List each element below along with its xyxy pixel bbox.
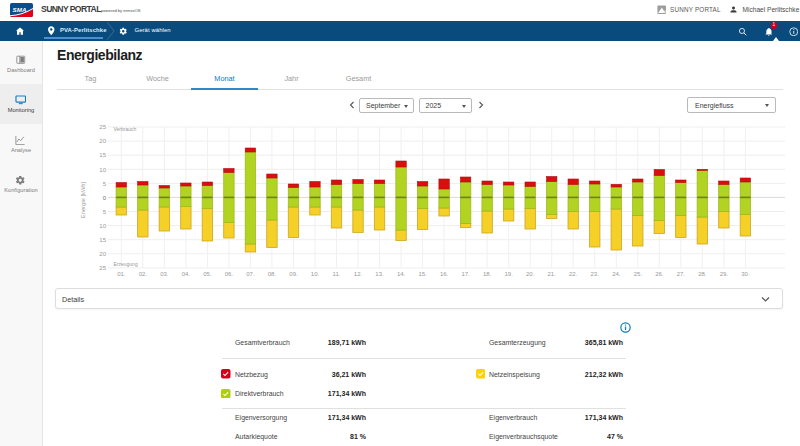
svg-text:06.: 06. xyxy=(225,271,234,277)
svg-text:05.: 05. xyxy=(203,271,212,277)
svg-text:19.: 19. xyxy=(505,271,514,277)
svg-text:21.: 21. xyxy=(548,271,557,277)
svg-text:SMA: SMA xyxy=(13,6,27,13)
svg-text:28.: 28. xyxy=(698,271,707,277)
svg-text:24.: 24. xyxy=(612,271,621,277)
svg-text:15: 15 xyxy=(99,237,106,243)
svg-text:12.: 12. xyxy=(354,271,363,277)
svg-text:26.: 26. xyxy=(655,271,664,277)
svg-text:09.: 09. xyxy=(289,271,298,277)
svg-text:03.: 03. xyxy=(160,271,169,277)
svg-text:14.: 14. xyxy=(397,271,406,277)
svg-text:11.: 11. xyxy=(333,271,341,277)
svg-text:0: 0 xyxy=(103,195,107,201)
svg-text:01.: 01. xyxy=(117,271,126,277)
svg-text:10.: 10. xyxy=(311,271,320,277)
svg-text:25.: 25. xyxy=(634,271,643,277)
svg-text:5: 5 xyxy=(103,181,107,187)
svg-text:04.: 04. xyxy=(182,271,191,277)
svg-text:Erzeugung: Erzeugung xyxy=(114,261,138,267)
svg-text:5: 5 xyxy=(103,209,107,215)
svg-text:08.: 08. xyxy=(268,271,277,277)
svg-text:02.: 02. xyxy=(139,271,148,277)
svg-text:Verbrauch: Verbrauch xyxy=(114,126,137,132)
svg-text:29.: 29. xyxy=(720,271,729,277)
svg-text:07.: 07. xyxy=(246,271,255,277)
svg-text:20: 20 xyxy=(99,251,106,257)
svg-text:20.: 20. xyxy=(526,271,535,277)
svg-text:Energie [kWh]: Energie [kWh] xyxy=(80,181,86,218)
svg-text:15: 15 xyxy=(99,152,106,158)
svg-text:18.: 18. xyxy=(483,271,492,277)
svg-text:17.: 17. xyxy=(461,271,470,277)
svg-text:16.: 16. xyxy=(440,271,449,277)
svg-text:10: 10 xyxy=(99,167,106,173)
svg-text:22.: 22. xyxy=(569,271,578,277)
svg-text:30.: 30. xyxy=(741,271,750,277)
svg-text:23.: 23. xyxy=(591,271,600,277)
svg-text:25: 25 xyxy=(99,265,106,271)
svg-text:10: 10 xyxy=(99,223,106,229)
svg-text:13.: 13. xyxy=(375,271,384,277)
svg-text:20: 20 xyxy=(99,138,106,144)
svg-text:25: 25 xyxy=(99,124,106,130)
svg-text:27.: 27. xyxy=(677,271,686,277)
svg-text:15.: 15. xyxy=(418,271,427,277)
